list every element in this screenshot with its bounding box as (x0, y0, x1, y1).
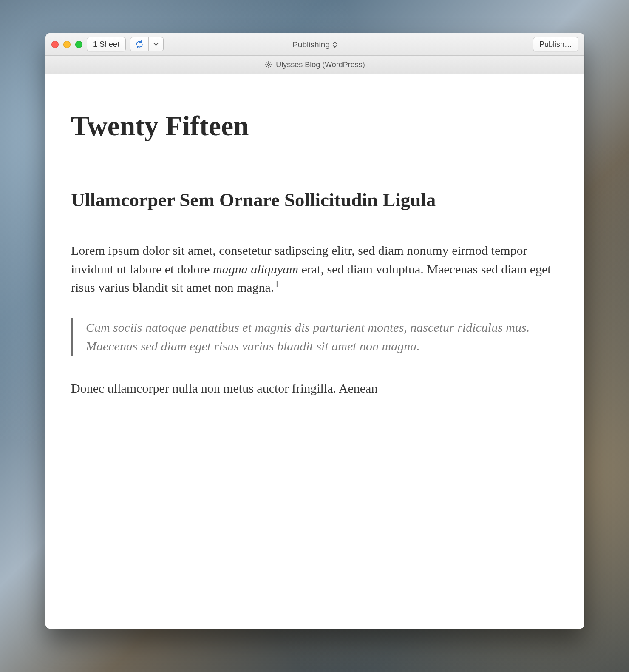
publish-button-label: Publish… (539, 40, 572, 49)
preview-mode-popup[interactable]: Publishing (292, 40, 337, 49)
document-heading: Ullamcorper Sem Ornare Sollicitudin Ligu… (71, 189, 559, 211)
refresh-button[interactable] (130, 37, 148, 51)
stepper-arrows-icon (332, 41, 337, 48)
refresh-segmented (130, 37, 164, 51)
app-window: 1 Sheet (45, 33, 584, 629)
document-paragraph-2: Donec ullamcorper nulla non metus auctor… (71, 379, 559, 398)
para1-emphasis: magna aliquyam (213, 262, 298, 276)
document-preview: Twenty Fifteen Ullamcorper Sem Ornare So… (45, 74, 584, 629)
sheet-count-label: 1 Sheet (93, 40, 119, 49)
svg-point-0 (268, 64, 270, 66)
preview-mode-label: Publishing (292, 40, 330, 49)
window-controls (51, 41, 82, 48)
publishing-target-label: Ulysses Blog (WordPress) (276, 60, 365, 69)
close-window-button[interactable] (51, 41, 59, 48)
gear-icon (265, 61, 272, 68)
refresh-menu-button[interactable] (148, 37, 163, 51)
document-paragraph-1: Lorem ipsum dolor sit amet, consetetur s… (71, 241, 559, 297)
chevron-down-icon (153, 43, 159, 46)
document-blockquote: Cum sociis natoque penatibus et magnis d… (71, 318, 559, 356)
publish-button[interactable]: Publish… (533, 37, 578, 51)
titlebar-center: Publishing (45, 33, 584, 56)
refresh-icon (135, 40, 144, 48)
desktop-background: 1 Sheet (0, 0, 629, 672)
footnote-link[interactable]: 1 (274, 279, 279, 289)
publishing-target-bar[interactable]: Ulysses Blog (WordPress) (45, 56, 584, 74)
zoom-window-button[interactable] (75, 41, 82, 48)
minimize-window-button[interactable] (63, 41, 71, 48)
document-title: Twenty Fifteen (71, 110, 559, 142)
sheet-count-button[interactable]: 1 Sheet (87, 37, 126, 51)
titlebar: 1 Sheet (45, 33, 584, 56)
